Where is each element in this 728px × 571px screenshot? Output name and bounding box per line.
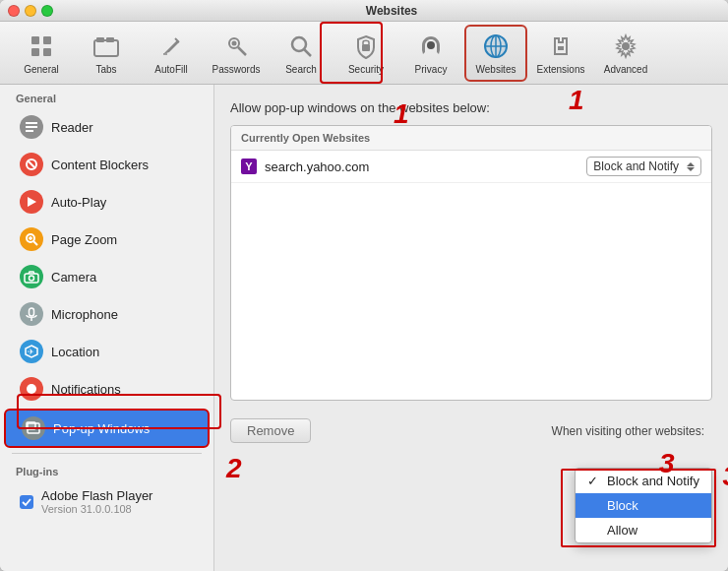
select-arrow-down-icon	[687, 167, 695, 171]
block-notify-select[interactable]: Block and Notify	[586, 157, 701, 176]
svg-point-12	[292, 37, 306, 51]
website-url: search.yahoo.com	[265, 159, 586, 174]
plugin-name-adobe-flash: Adobe Flash Player	[41, 488, 152, 503]
toolbar-item-websites[interactable]: Websites	[464, 25, 527, 82]
auto-play-icon	[20, 190, 43, 214]
websites-icon	[480, 31, 512, 62]
svg-rect-4	[94, 40, 118, 56]
sidebar-divider	[12, 453, 202, 454]
sidebar-item-popup-windows[interactable]: Pop-up Windows	[4, 409, 210, 448]
dropdown-item-block[interactable]: Block	[576, 493, 711, 518]
toolbar-item-general[interactable]: General	[10, 25, 73, 82]
sidebar-item-label-microphone: Microphone	[51, 307, 118, 322]
content-blockers-icon	[20, 153, 43, 176]
camera-icon	[20, 265, 43, 288]
sidebar-general-label: General	[0, 85, 213, 108]
checkmark-block-and-notify: ✓	[587, 474, 601, 488]
passwords-icon	[220, 31, 252, 62]
toolbar-item-passwords[interactable]: Passwords	[205, 25, 268, 82]
autofill-icon	[155, 31, 187, 62]
plugins-section-label: Plug-ins	[0, 458, 213, 481]
location-icon: ✈	[20, 340, 43, 363]
maximize-button[interactable]	[41, 5, 53, 17]
svg-rect-23	[26, 122, 37, 124]
svg-point-22	[622, 42, 630, 50]
main-area: General Reader Content Blockers	[0, 85, 728, 571]
svg-point-34	[30, 276, 34, 281]
minimize-button[interactable]	[25, 5, 36, 17]
svg-rect-41	[27, 422, 35, 429]
svg-point-38	[27, 384, 36, 394]
dropdown-label-block: Block	[607, 498, 638, 513]
toolbar-item-security[interactable]: Security	[334, 25, 397, 82]
svg-line-27	[28, 160, 35, 168]
app-window: Websites General Tabs	[0, 0, 728, 571]
sidebar-item-camera[interactable]: Camera	[4, 259, 210, 294]
notifications-icon	[20, 377, 43, 401]
svg-point-20	[485, 35, 507, 57]
yahoo-favicon: Y	[241, 159, 257, 174]
svg-rect-35	[30, 308, 34, 316]
sidebar-item-label-content-blockers: Content Blockers	[51, 158, 149, 172]
sidebar-item-page-zoom[interactable]: Page Zoom	[4, 222, 210, 257]
select-arrows	[687, 162, 695, 171]
svg-line-10	[238, 47, 246, 55]
dropdown-label-allow: Allow	[607, 523, 637, 538]
popup-windows-icon	[22, 416, 45, 440]
svg-rect-0	[31, 36, 39, 44]
sidebar-item-label-popup-windows: Pop-up Windows	[53, 421, 150, 436]
plugin-info-adobe-flash: Adobe Flash Player Version 31.0.0.108	[41, 488, 152, 515]
toolbar-item-advanced[interactable]: Advanced	[594, 25, 657, 82]
svg-rect-2	[31, 48, 39, 56]
annotation-3: 3	[722, 461, 728, 492]
dropdown-item-block-and-notify[interactable]: ✓ Block and Notify	[576, 469, 711, 493]
website-row: Y search.yahoo.com Block and Notify	[231, 151, 711, 183]
select-arrow-up-icon	[687, 162, 695, 166]
close-button[interactable]	[8, 5, 20, 17]
page-zoom-icon	[20, 227, 43, 251]
toolbar-label-autofill: AutoFill	[154, 64, 187, 75]
sidebar-item-label-auto-play: Auto-Play	[51, 195, 106, 210]
other-websites-label: When visiting other websites:	[321, 424, 712, 438]
sidebar-item-content-blockers[interactable]: Content Blockers	[4, 147, 210, 182]
toolbar-item-tabs[interactable]: Tabs	[75, 25, 138, 82]
plugin-item-adobe-flash[interactable]: Adobe Flash Player Version 31.0.0.108	[4, 482, 210, 521]
content-description: Allow pop-up windows on the websites bel…	[230, 100, 712, 115]
toolbar-item-autofill[interactable]: AutoFill	[140, 25, 203, 82]
privacy-icon	[415, 31, 447, 62]
toolbar-item-extensions[interactable]: Extensions	[529, 25, 592, 82]
svg-rect-21	[558, 46, 564, 50]
sidebar-item-reader[interactable]: Reader	[4, 109, 210, 145]
currently-open-label: Currently Open Websites	[231, 126, 711, 151]
svg-rect-25	[26, 130, 33, 132]
toolbar-label-security: Security	[348, 64, 384, 75]
plugin-checkbox-adobe-flash[interactable]	[20, 495, 33, 509]
toolbar-item-privacy[interactable]: Privacy	[399, 25, 462, 82]
svg-rect-14	[362, 44, 370, 51]
svg-line-30	[33, 241, 37, 245]
sidebar-item-microphone[interactable]: Microphone	[4, 296, 210, 332]
select-value: Block and Notify	[593, 159, 679, 173]
sidebar-item-label-location: Location	[51, 345, 99, 359]
sidebar-item-label-camera: Camera	[51, 270, 96, 285]
sidebar-item-auto-play[interactable]: Auto-Play	[4, 184, 210, 220]
svg-rect-6	[106, 37, 114, 42]
plugin-version-adobe-flash: Version 31.0.0.108	[41, 503, 152, 515]
toolbar-item-search[interactable]: Search	[270, 25, 333, 82]
websites-box: Currently Open Websites Y search.yahoo.c…	[230, 125, 712, 401]
general-icon	[26, 31, 57, 62]
remove-button[interactable]: Remove	[230, 418, 311, 443]
bottom-bar: Remove When visiting other websites:	[230, 411, 712, 443]
dropdown-item-allow[interactable]: Allow	[576, 518, 711, 542]
dropdown-menu: ✓ Block and Notify Block Allow	[575, 468, 712, 543]
svg-rect-3	[43, 48, 51, 56]
svg-point-15	[427, 41, 435, 49]
reader-icon	[20, 115, 43, 139]
sidebar-item-notifications[interactable]: Notifications	[4, 371, 210, 407]
svg-marker-28	[28, 197, 36, 207]
sidebar-item-label-page-zoom: Page Zoom	[51, 232, 117, 247]
content-panel: 1 Allow pop-up windows on the websites b…	[214, 85, 728, 571]
toolbar-label-general: General	[24, 64, 59, 75]
traffic-lights	[8, 5, 53, 17]
sidebar-item-location[interactable]: ✈ Location	[4, 334, 210, 369]
